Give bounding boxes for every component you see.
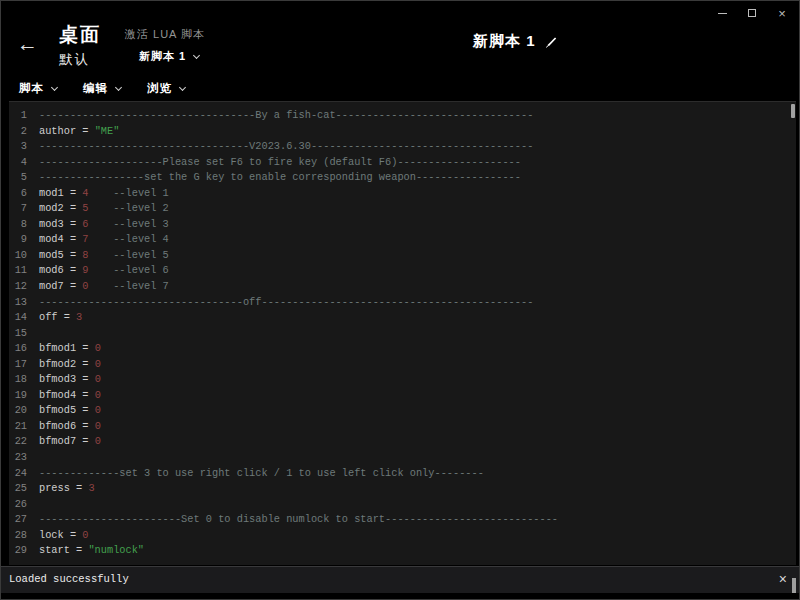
chevron-down-icon: [193, 51, 200, 58]
code-line: 8mod3 = 6 --level 3: [9, 217, 796, 233]
profile-subtitle: 默认: [59, 51, 101, 69]
line-number: 17: [9, 357, 39, 373]
line-number: 3: [9, 139, 39, 155]
lua-activation-block: 激活 LUA 脚本 新脚本 1: [125, 27, 205, 64]
code-line: 12mod7 = 0 --level 7: [9, 279, 796, 295]
line-number: 9: [9, 232, 39, 248]
code-line: 18bfmod3 = 0: [9, 372, 796, 388]
code-line: 20bfmod5 = 0: [9, 403, 796, 419]
line-number: 13: [9, 295, 39, 311]
line-number: 23: [9, 450, 39, 466]
menu-script-label: 脚本: [19, 81, 44, 96]
line-number: 8: [9, 217, 39, 233]
status-message: Loaded successfully: [9, 573, 129, 585]
line-number: 21: [9, 419, 39, 435]
line-number: 29: [9, 543, 39, 559]
code-line: 26: [9, 497, 796, 513]
code-lines: 1-----------------------------------By a…: [9, 102, 796, 559]
code-text: -----------------------------------By a …: [39, 108, 533, 124]
code-line: 19bfmod4 = 0: [9, 388, 796, 404]
script-selector-dropdown[interactable]: 新脚本 1: [139, 49, 205, 64]
code-text: -----------------------Set 0 to disable …: [39, 512, 558, 528]
menu-view[interactable]: 浏览: [147, 81, 185, 96]
code-line: 3----------------------------------V2023…: [9, 139, 796, 155]
code-text: author = "ME": [39, 124, 119, 140]
code-line: 9mod4 = 7 --level 4: [9, 232, 796, 248]
line-number: 11: [9, 263, 39, 279]
code-line: 4--------------------Please set F6 to fi…: [9, 155, 796, 171]
profile-block: 桌面 默认: [59, 22, 101, 69]
code-line: 14off = 3: [9, 310, 796, 326]
code-line: 28lock = 0: [9, 528, 796, 544]
line-number: 6: [9, 186, 39, 202]
line-number: 10: [9, 248, 39, 264]
line-number: 4: [9, 155, 39, 171]
chevron-down-icon: [51, 83, 58, 90]
code-line: 13---------------------------------off--…: [9, 295, 796, 311]
menu-edit[interactable]: 编辑: [83, 81, 121, 96]
code-editor[interactable]: 1-----------------------------------By a…: [9, 101, 796, 565]
code-line: 23: [9, 450, 796, 466]
line-number: 2: [9, 124, 39, 140]
code-line: 1-----------------------------------By a…: [9, 108, 796, 124]
code-line: 5-----------------set the G key to enabl…: [9, 170, 796, 186]
menu-bar: 脚本 编辑 浏览: [19, 81, 185, 96]
code-text: ---------------------------------off----…: [39, 295, 533, 311]
chevron-down-icon: [179, 83, 186, 90]
line-number: 1: [9, 108, 39, 124]
line-number: 25: [9, 481, 39, 497]
code-text: mod7 = 0 --level 7: [39, 279, 169, 295]
chevron-down-icon: [115, 83, 122, 90]
code-line: 6mod1 = 4 --level 1: [9, 186, 796, 202]
line-number: 15: [9, 326, 39, 342]
line-number: 16: [9, 341, 39, 357]
window-controls: ×: [715, 6, 789, 20]
line-number: 14: [9, 310, 39, 326]
code-line: 17bfmod2 = 0: [9, 357, 796, 373]
editor-scrollbar-thumb[interactable]: [791, 104, 795, 118]
code-text: start = "numlock": [39, 543, 144, 559]
line-number: 27: [9, 512, 39, 528]
code-line: 25press = 3: [9, 481, 796, 497]
script-selector-value: 新脚本 1: [139, 49, 186, 64]
code-line: 7mod2 = 5 --level 2: [9, 201, 796, 217]
line-number: 22: [9, 434, 39, 450]
code-line: 15: [9, 326, 796, 342]
line-number: 26: [9, 497, 39, 513]
page-title-block: 新脚本 1: [473, 32, 558, 51]
code-text: ----------------------------------V2023.…: [39, 139, 533, 155]
close-icon[interactable]: ×: [775, 6, 789, 20]
code-line: 29start = "numlock": [9, 543, 796, 559]
status-toast: Loaded successfully ×: [1, 566, 799, 593]
code-text: off = 3: [39, 310, 82, 326]
code-text: bfmod7 = 0: [39, 434, 101, 450]
code-text: press = 3: [39, 481, 95, 497]
line-number: 18: [9, 372, 39, 388]
line-number: 24: [9, 466, 39, 482]
toast-close-icon[interactable]: ×: [779, 572, 787, 586]
code-line: 16bfmod1 = 0: [9, 341, 796, 357]
code-line: 22bfmod7 = 0: [9, 434, 796, 450]
line-number: 28: [9, 528, 39, 544]
code-text: -------------set 3 to use right click / …: [39, 466, 484, 482]
menu-edit-label: 编辑: [83, 81, 108, 96]
edit-pencil-icon[interactable]: [545, 35, 558, 48]
line-number: 7: [9, 201, 39, 217]
minimize-icon[interactable]: [715, 6, 729, 20]
menu-script[interactable]: 脚本: [19, 81, 57, 96]
app-window: × ← 桌面 默认 激活 LUA 脚本 新脚本 1 新脚本 1 脚本 编辑: [0, 0, 800, 600]
line-number: 5: [9, 170, 39, 186]
window-scrollbar-thumb[interactable]: [792, 578, 796, 593]
line-number: 20: [9, 403, 39, 419]
code-line: 10mod5 = 8 --level 5: [9, 248, 796, 264]
code-line: 27-----------------------Set 0 to disabl…: [9, 512, 796, 528]
code-line: 11mod6 = 9 --level 6: [9, 263, 796, 279]
code-line: 24-------------set 3 to use right click …: [9, 466, 796, 482]
code-text: --------------------Please set F6 to fir…: [39, 155, 521, 171]
line-number: 12: [9, 279, 39, 295]
maximize-icon[interactable]: [745, 6, 759, 20]
activation-label: 激活 LUA 脚本: [125, 27, 205, 42]
back-button[interactable]: ←: [17, 32, 38, 56]
code-line: 2author = "ME": [9, 124, 796, 140]
code-line: 21bfmod6 = 0: [9, 419, 796, 435]
